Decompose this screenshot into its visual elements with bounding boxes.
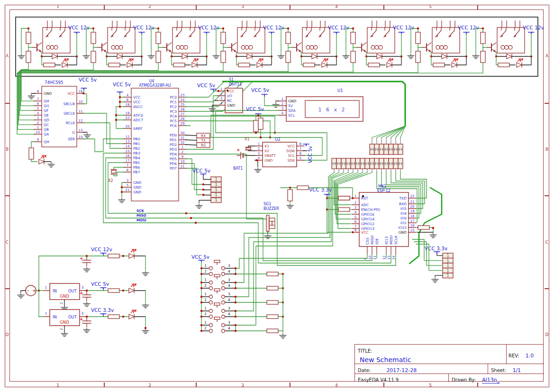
svg-text:X1: X1 [264, 144, 269, 148]
pushbutton-3[interactable]: 1234 [200, 289, 236, 304]
svg-text:SCL: SCL [288, 113, 295, 118]
svg-text:VCC 3.3v: VCC 3.3v [425, 246, 447, 251]
svg-text:1: 1 [215, 177, 217, 182]
buttons-ground-rail [280, 274, 286, 338]
relay-circuit-5[interactable]: VCC 12v [278, 21, 349, 72]
pushbutton-5[interactable]: 1234 [200, 317, 236, 333]
svg-text:IO4: IO4 [400, 211, 407, 216]
pushbutton-1[interactable]: 1234 [200, 260, 236, 276]
svg-text:29: 29 [181, 122, 185, 126]
svg-text:2: 2 [204, 312, 207, 316]
schematic-canvas: VCC 12vVCC 12vVCC 12vVCC 12vVCC 12vVCC 1… [0, 0, 554, 392]
relay-circuit-8[interactable]: VCC 12v [472, 21, 544, 73]
shift-register-74hc595[interactable]: 74HC5958GND7QH6QG5QF4QE3QD2QC1QB15QA9QH1… [34, 80, 84, 147]
svg-text:X2: X2 [108, 179, 113, 183]
svg-text:GND: GND [288, 99, 296, 103]
svg-text:+: + [80, 317, 83, 321]
regulator-2[interactable]: INOUTGND132 [44, 310, 85, 337]
header-esp-3v3[interactable]: 11111 [443, 253, 453, 278]
svg-text:OUT: OUT [68, 315, 77, 319]
svg-text:PC1: PC1 [170, 100, 177, 104]
svg-text:VCC 5v: VCC 5v [91, 281, 109, 287]
svg-text:GND: GND [133, 190, 141, 194]
svg-text:ADC: ADC [361, 203, 369, 207]
svg-text:1: 1 [215, 182, 217, 187]
svg-text:U1: U1 [337, 88, 343, 93]
svg-text:14: 14 [79, 135, 83, 139]
mcu-peripheral-wires [185, 96, 266, 219]
svg-text:GND: GND [264, 158, 272, 163]
svg-text:QB: QB [44, 128, 49, 132]
date-value: 2017-12-28 [386, 367, 417, 374]
svg-text:2: 2 [182, 150, 183, 154]
button-resistor-1[interactable] [235, 267, 284, 276]
svg-text:8: 8 [127, 168, 128, 172]
svg-text:13: 13 [387, 255, 391, 260]
svg-text:11: 11 [373, 255, 377, 260]
svg-text:U2: U2 [275, 137, 281, 142]
svg-text:PB1: PB1 [133, 142, 140, 146]
svg-text:5: 5 [300, 156, 301, 160]
svg-text:4: 4 [258, 156, 260, 160]
relay-circuit-6[interactable]: VCC 12v [343, 21, 414, 72]
mcu-atmega328p[interactable]: U4ATMEGA328P-AU4VCC6VCC18AVCC19ADC622ADC… [124, 79, 186, 201]
svg-text:2: 2 [204, 269, 207, 273]
svg-text:SER: SER [68, 137, 75, 141]
sensor-dht11[interactable]: S1DHT111VCC2I/O3NC4GND [218, 78, 243, 113]
svg-text:GND: GND [44, 91, 52, 96]
relay-circuit-7[interactable]: VCC 12v [408, 21, 479, 73]
pushbutton-4[interactable]: 1234 [200, 303, 236, 319]
svg-text:PD3: PD3 [170, 147, 177, 152]
pushbutton-2[interactable]: 1234 [200, 274, 236, 290]
svg-text:21: 21 [126, 188, 130, 192]
header-5pin[interactable]: 11111 [211, 177, 221, 203]
svg-text:11: 11 [181, 164, 185, 168]
svg-text:3: 3 [228, 306, 230, 310]
svg-text:3: 3 [220, 97, 222, 100]
relay-circuit-4[interactable]: VCC 12v [213, 21, 284, 71]
relay-circuit-3[interactable]: VCC 12v [148, 21, 219, 71]
svg-text:IN: IN [53, 315, 57, 319]
svg-text:AREF: AREF [133, 127, 142, 131]
svg-text:3: 3 [282, 107, 283, 110]
rtc-u2[interactable]: U21X12X23VBATT4GND8VCC7SQW6SCL5SDA [255, 137, 304, 167]
title-cell: TITLE: New Schematic [355, 345, 507, 364]
svg-text:IO0: IO0 [400, 216, 407, 220]
svg-text:VCC: VCC [361, 230, 369, 235]
regulator-1[interactable]: INOUTGND132 [44, 283, 85, 310]
header-5pin-wiring: VCC 5v [192, 168, 211, 209]
svg-text:RST: RST [361, 196, 368, 201]
relay-circuit-1[interactable]: VCC 12v [18, 21, 90, 70]
esp12-module[interactable]: MK1ESP-121RST2ADC3EN(CH-PD)4GPIO165GPIO1… [352, 184, 416, 260]
svg-text:PC6: PC6 [170, 124, 177, 128]
svg-text:22: 22 [126, 116, 130, 120]
svg-text:4: 4 [228, 269, 230, 273]
svg-text:3: 3 [127, 179, 128, 182]
lcd-16x2[interactable]: U11GND25V3SDA4SCL1 6 x 2 [279, 88, 363, 121]
svg-text:GND: GND [133, 185, 141, 190]
jumper-array-top[interactable] [370, 144, 403, 155]
svg-text:3: 3 [37, 116, 39, 120]
svg-text:12: 12 [79, 119, 83, 123]
relay-circuit-2[interactable]: VCC 12v [83, 21, 154, 70]
svg-text:4: 4 [354, 210, 357, 214]
svg-text:1: 1 [354, 194, 356, 198]
svg-text:SDA: SDA [288, 109, 296, 113]
svg-text:3: 3 [228, 320, 230, 325]
svg-text:7: 7 [127, 164, 128, 167]
svg-text:PD7: PD7 [170, 166, 177, 171]
svg-text:+: + [236, 147, 240, 152]
svg-text:+: + [80, 256, 83, 261]
title-block: TITLE: New Schematic REV: 1.0 Date: 2017… [354, 344, 544, 382]
jumper-array-bottom[interactable] [332, 158, 403, 169]
svg-text:13: 13 [79, 128, 83, 132]
sheet-label: Sheet: [491, 368, 506, 373]
svg-text:VCC 5v: VCC 5v [251, 87, 269, 93]
svg-text:27: 27 [181, 112, 185, 116]
svg-text:BUZZER: BUZZER [263, 207, 279, 211]
svg-text:I/O: I/O [227, 94, 232, 98]
svg-text:GND: GND [60, 294, 69, 299]
svg-text:IO5: IO5 [400, 207, 407, 211]
power-source[interactable]: -+ [18, 285, 36, 298]
svg-text:32: 32 [181, 141, 185, 145]
